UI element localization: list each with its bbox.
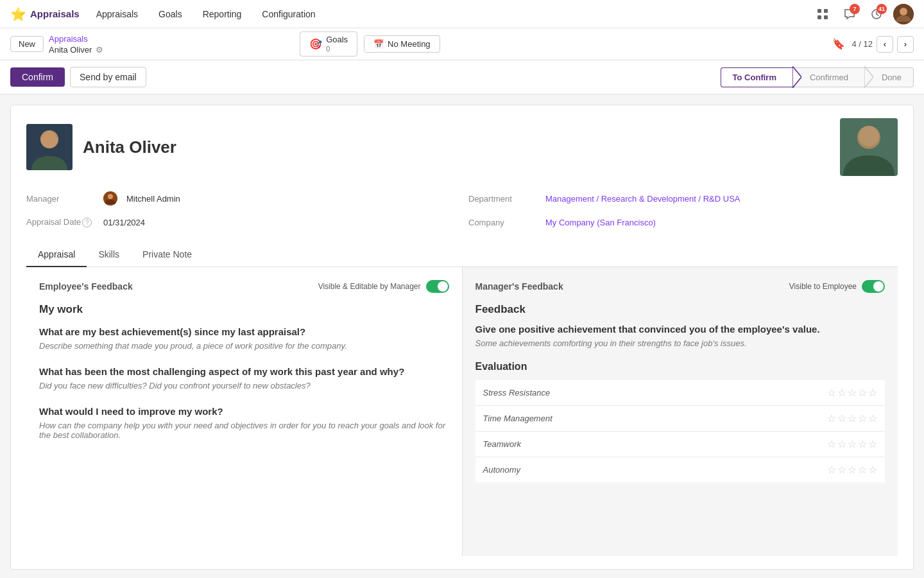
feedback-section-title: Feedback [475, 303, 886, 316]
confirm-button[interactable]: Confirm [10, 67, 65, 87]
status-to-confirm[interactable]: To Confirm [721, 67, 794, 87]
status-done-label: Done [882, 73, 902, 82]
company-field: Company My Company (San Francisco) [468, 215, 898, 230]
action-bar: Confirm Send by email To Confirm Confirm… [0, 60, 924, 94]
grid-icon[interactable] [812, 4, 833, 24]
employee-photo-right-img [840, 118, 898, 176]
question-1: What are my best achievement(s) since my… [39, 326, 449, 351]
eval-time-management: Time Management ☆ ☆ ☆ ☆ ☆ [475, 406, 886, 432]
star-2[interactable]: ☆ [837, 412, 846, 425]
star-3[interactable]: ☆ [848, 464, 857, 476]
question-3-hint: How can the company help you with your n… [39, 421, 449, 440]
feedback-hint: Some achievements comforting you in thei… [475, 338, 886, 348]
star-4[interactable]: ☆ [858, 438, 867, 450]
department-value[interactable]: Management / Research & Development / R&… [545, 194, 740, 204]
svg-rect-16 [840, 118, 898, 176]
chat-badge: 7 [850, 4, 860, 14]
star-4[interactable]: ☆ [858, 387, 867, 399]
feedback-question: Give one positive achievement that convi… [475, 324, 886, 335]
nav-appraisals[interactable]: Appraisals [92, 6, 142, 22]
appraisal-date-label: Appraisal Date? [26, 217, 97, 227]
calendar-icon: 📅 [373, 39, 384, 49]
status-done[interactable]: Done [866, 67, 914, 87]
nav-configuration[interactable]: Configuration [258, 6, 319, 22]
bookmark-icon[interactable]: 🔖 [832, 38, 845, 50]
eval-time-label: Time Management [483, 414, 552, 423]
star-5[interactable]: ☆ [868, 464, 877, 476]
breadcrumb: Appraisals Anita Oliver ⚙ [49, 34, 103, 55]
star-1[interactable]: ☆ [827, 412, 836, 425]
nav-reporting[interactable]: Reporting [199, 6, 246, 22]
svg-point-6 [900, 8, 907, 15]
chat-icon[interactable]: 7 [839, 4, 860, 24]
goals-target-icon: 🎯 [309, 38, 322, 50]
record-position: 4 / 12 [851, 39, 873, 49]
employee-avatar [26, 124, 73, 170]
star-3[interactable]: ☆ [848, 387, 857, 399]
employee-feedback-toggle[interactable] [426, 280, 449, 293]
breadcrumb-parent-link[interactable]: Appraisals [49, 34, 103, 44]
manager-toggle-label: Visible to Employee [789, 282, 857, 291]
question-3-title: What would I need to improve my work? [39, 406, 449, 417]
star-4[interactable]: ☆ [858, 412, 867, 425]
eval-autonomy: Autonomy ☆ ☆ ☆ ☆ ☆ [475, 457, 886, 482]
my-work-title: My work [39, 303, 449, 316]
question-2-title: What has been the most challenging aspec… [39, 366, 449, 377]
manager-feedback-toggle[interactable] [862, 280, 885, 293]
manager-feedback-header: Manager's Feedback Visible to Employee [475, 280, 886, 293]
eval-autonomy-stars[interactable]: ☆ ☆ ☆ ☆ ☆ [827, 464, 877, 476]
star-2[interactable]: ☆ [837, 438, 846, 450]
eval-stress-label: Stress Resistance [483, 388, 551, 398]
svg-marker-8 [864, 66, 873, 88]
employee-avatar-img [26, 124, 73, 170]
svg-point-12 [42, 132, 57, 147]
prev-record-button[interactable]: ‹ [877, 36, 893, 53]
manager-field: Manager Mitchell Admin [26, 189, 456, 208]
goals-button[interactable]: 🎯 Goals 0 [300, 31, 357, 56]
star-4[interactable]: ☆ [858, 464, 867, 476]
star-1[interactable]: ☆ [827, 438, 836, 450]
department-field: Department Management / Research & Devel… [468, 189, 898, 208]
record-card: Anita Oliver Manager Mitchell Admin [10, 105, 914, 570]
new-button[interactable]: New [10, 36, 44, 52]
star-2[interactable]: ☆ [837, 387, 846, 399]
appraisal-date-help-icon[interactable]: ? [82, 218, 92, 227]
question-3: What would I need to improve my work? Ho… [39, 406, 449, 440]
star-5[interactable]: ☆ [868, 438, 877, 450]
evaluation-table: Stress Resistance ☆ ☆ ☆ ☆ ☆ Time Managem… [475, 380, 886, 482]
star-5[interactable]: ☆ [868, 387, 877, 399]
eval-teamwork-stars[interactable]: ☆ ☆ ☆ ☆ ☆ [827, 438, 877, 450]
star-5[interactable]: ☆ [868, 412, 877, 425]
star-1[interactable]: ☆ [827, 387, 836, 399]
next-record-button[interactable]: › [897, 36, 914, 53]
appraisal-date-field: Appraisal Date? 01/31/2024 [26, 215, 456, 230]
eval-time-stars[interactable]: ☆ ☆ ☆ ☆ ☆ [827, 412, 877, 425]
tab-private-note[interactable]: Private Note [131, 243, 203, 267]
employee-feedback-toggle-container: Visible & Editable by Manager [318, 280, 449, 293]
question-1-title: What are my best achievement(s) since my… [39, 326, 449, 337]
employee-name: Anita Oliver [83, 137, 176, 157]
manager-feedback-panel: Manager's Feedback Visible to Employee F… [463, 267, 898, 556]
star-3[interactable]: ☆ [848, 438, 857, 450]
breadcrumb-current: Anita Oliver ⚙ [49, 45, 103, 55]
star-2[interactable]: ☆ [837, 464, 846, 476]
send-email-button[interactable]: Send by email [70, 67, 146, 87]
settings-gear-icon[interactable]: ⚙ [96, 45, 103, 55]
manager-label: Manager [26, 194, 97, 204]
meeting-button[interactable]: 📅 No Meeting [364, 35, 440, 53]
status-confirmed[interactable]: Confirmed [794, 67, 866, 87]
company-value[interactable]: My Company (San Francisco) [545, 218, 656, 227]
tabs: Appraisal Skills Private Note [26, 243, 898, 267]
activity-icon[interactable]: 41 [866, 4, 887, 24]
eval-teamwork: Teamwork ☆ ☆ ☆ ☆ ☆ [475, 432, 886, 457]
eval-stress-stars[interactable]: ☆ ☆ ☆ ☆ ☆ [827, 387, 877, 399]
star-3[interactable]: ☆ [848, 412, 857, 425]
tab-skills[interactable]: Skills [87, 243, 131, 267]
top-navigation: ⭐ Appraisals Appraisals Goals Reporting … [0, 0, 924, 28]
tab-appraisal[interactable]: Appraisal [26, 243, 87, 267]
star-1[interactable]: ☆ [827, 464, 836, 476]
eval-teamwork-label: Teamwork [483, 439, 521, 449]
user-avatar[interactable] [893, 4, 914, 24]
employee-header: Anita Oliver [26, 118, 898, 176]
nav-goals[interactable]: Goals [155, 6, 186, 22]
